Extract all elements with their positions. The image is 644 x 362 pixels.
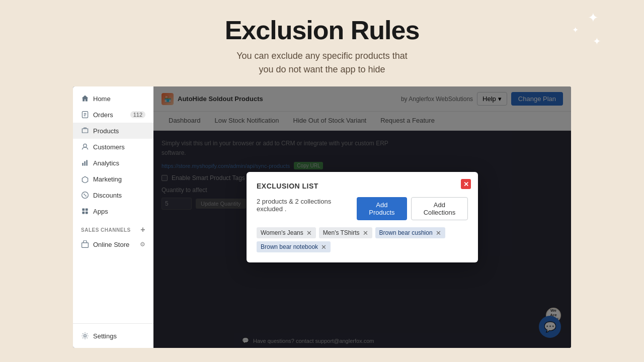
sidebar-item-online-store[interactable]: Online Store ⚙ bbox=[73, 236, 153, 252]
modal-info-text: 2 products & 2 collections excluded . bbox=[257, 198, 357, 213]
sidebar-nav: Home Orders 112 Products bbox=[73, 86, 153, 323]
exclusion-list-modal: EXCLUSION LIST ✕ 2 products & 2 collecti… bbox=[247, 172, 478, 262]
main-content: 🏪 AutoHide Soldout Products by Anglerfox… bbox=[153, 86, 571, 348]
sidebar: Home Orders 112 Products bbox=[73, 86, 153, 348]
svg-rect-14 bbox=[82, 212, 85, 214]
online-store-settings-icon[interactable]: ⚙ bbox=[140, 241, 145, 248]
customers-icon bbox=[81, 143, 89, 151]
tag-brown-bear-cushion: Brown bear cushion ✕ bbox=[375, 227, 445, 238]
analytics-icon bbox=[81, 159, 89, 167]
home-icon bbox=[81, 95, 89, 103]
svg-rect-12 bbox=[82, 208, 85, 211]
sidebar-item-analytics[interactable]: Analytics bbox=[73, 155, 153, 171]
add-sales-channel-icon[interactable]: + bbox=[140, 225, 145, 234]
sidebar-item-home[interactable]: Home bbox=[73, 90, 153, 107]
add-collections-button[interactable]: Add Collections bbox=[411, 197, 468, 220]
modal-title: EXCLUSION LIST bbox=[257, 182, 468, 190]
modal-buttons: Add Products Add Collections bbox=[357, 197, 468, 220]
sidebar-item-apps[interactable]: Apps bbox=[73, 203, 153, 219]
svg-rect-7 bbox=[86, 160, 87, 165]
remove-mens-tshirts-button[interactable]: ✕ bbox=[363, 230, 368, 236]
tag-mens-tshirts: Men's TShirts ✕ bbox=[319, 227, 372, 238]
svg-rect-15 bbox=[86, 212, 88, 214]
remove-brown-bear-notebook-button[interactable]: ✕ bbox=[321, 244, 327, 250]
page-title: Exclusion Rules bbox=[0, 15, 644, 45]
modal-close-button[interactable]: ✕ bbox=[461, 179, 471, 189]
tag-brown-bear-notebook: Brown bear notebook ✕ bbox=[257, 241, 331, 252]
orders-badge: 112 bbox=[130, 111, 145, 118]
discounts-icon bbox=[81, 191, 89, 199]
apps-icon bbox=[81, 207, 89, 215]
svg-rect-5 bbox=[82, 163, 83, 166]
marketing-icon bbox=[81, 175, 89, 183]
online-store-icon bbox=[81, 240, 89, 248]
sidebar-item-customers[interactable]: Customers bbox=[73, 139, 153, 155]
svg-rect-6 bbox=[84, 161, 85, 166]
page-header: Exclusion Rules You can exclude any spec… bbox=[0, 0, 644, 86]
sidebar-item-orders[interactable]: Orders 112 bbox=[73, 107, 153, 123]
svg-point-17 bbox=[84, 335, 87, 337]
svg-point-10 bbox=[84, 194, 85, 195]
settings-icon bbox=[81, 332, 89, 340]
sidebar-item-settings[interactable]: Settings bbox=[73, 328, 153, 344]
sales-channels-label: SALES CHANNELS + bbox=[73, 219, 153, 236]
page-subtitle: You can exclude any specific products th… bbox=[0, 49, 644, 76]
add-products-button[interactable]: Add Products bbox=[357, 197, 407, 220]
modal-overlay: EXCLUSION LIST ✕ 2 products & 2 collecti… bbox=[153, 86, 571, 348]
svg-rect-16 bbox=[82, 243, 89, 248]
tag-womens-jeans: Women's Jeans ✕ bbox=[257, 227, 316, 238]
app-container: Home Orders 112 Products bbox=[73, 86, 571, 348]
remove-brown-bear-cushion-button[interactable]: ✕ bbox=[436, 230, 441, 236]
svg-point-4 bbox=[84, 144, 87, 147]
modal-info-row: 2 products & 2 collections excluded . Ad… bbox=[257, 197, 468, 220]
products-icon bbox=[81, 127, 89, 135]
sidebar-item-products[interactable]: Products bbox=[73, 123, 153, 139]
tags-row: Women's Jeans ✕ Men's TShirts ✕ Brown be… bbox=[257, 227, 468, 252]
remove-womens-jeans-button[interactable]: ✕ bbox=[306, 230, 312, 236]
svg-point-11 bbox=[86, 196, 87, 197]
orders-icon bbox=[81, 111, 89, 119]
sidebar-item-discounts[interactable]: Discounts bbox=[73, 187, 153, 203]
sidebar-bottom: Settings bbox=[73, 323, 153, 348]
sidebar-item-marketing[interactable]: Marketing bbox=[73, 171, 153, 187]
svg-rect-13 bbox=[86, 208, 88, 211]
